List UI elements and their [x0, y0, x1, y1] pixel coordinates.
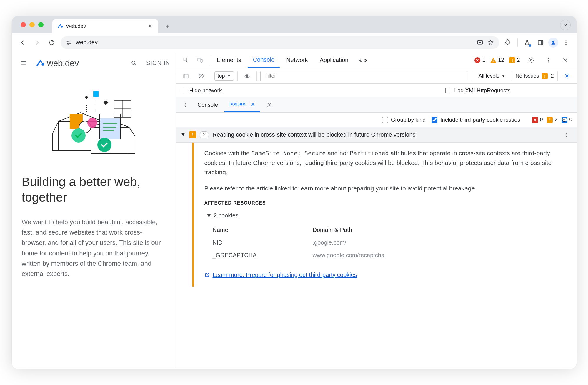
svg-rect-24 — [104, 100, 109, 105]
filter-input[interactable] — [260, 71, 468, 81]
issue-body: Cookies with the SameSite=None; Secure a… — [192, 143, 577, 287]
table-row[interactable]: _GRECAPTCHA www.google.com/recaptcha — [213, 249, 565, 262]
issue-header[interactable]: ▼ ! 2 Reading cookie in cross-site conte… — [176, 127, 577, 143]
issues-badge[interactable]: !2 — [509, 57, 520, 63]
svg-point-2 — [69, 41, 70, 42]
svg-point-10 — [565, 42, 566, 43]
page-headline: Building a better web, together — [22, 174, 166, 205]
hide-network-checkbox[interactable]: Hide network — [181, 87, 222, 94]
labs-button[interactable] — [521, 37, 533, 48]
profile-avatar[interactable] — [548, 38, 558, 48]
svg-point-33 — [97, 138, 111, 152]
tab-title: web.dev — [66, 23, 144, 29]
maximize-window-icon[interactable] — [38, 22, 44, 27]
svg-rect-7 — [541, 40, 543, 45]
inspect-element-icon[interactable] — [180, 54, 192, 66]
site-name: web.dev — [47, 58, 79, 68]
close-devtools-icon[interactable] — [559, 54, 571, 66]
learn-more-link[interactable]: Learn more: Prepare for phasing out thir… — [213, 270, 357, 279]
svg-point-53 — [566, 133, 567, 133]
cookie-table: Name Domain & Path NID .google.com/ _GRE… — [213, 224, 565, 262]
svg-marker-26 — [129, 127, 135, 154]
learn-more-row: Learn more: Prepare for phasing out thir… — [204, 270, 565, 279]
svg-point-4 — [67, 43, 69, 44]
close-drawer-icon[interactable] — [264, 99, 275, 111]
url-input[interactable] — [76, 39, 473, 46]
close-drawer-tab-icon[interactable]: ✕ — [251, 101, 255, 108]
new-tab-button[interactable]: ＋ — [162, 20, 174, 32]
drawer-menu-icon[interactable] — [179, 99, 191, 111]
tab-search-button[interactable] — [560, 20, 571, 30]
log-levels-selector[interactable]: All levels▼ — [476, 72, 508, 80]
context-selector[interactable]: top▼ — [214, 71, 234, 81]
address-bar[interactable] — [61, 36, 499, 49]
svg-rect-3 — [69, 43, 71, 44]
svg-point-44 — [548, 61, 549, 62]
svg-point-12 — [41, 63, 44, 66]
tab-console[interactable]: Console — [248, 52, 280, 68]
more-tabs-icon[interactable]: » — [355, 52, 370, 68]
svg-point-54 — [566, 134, 567, 135]
issue-description-1: Cookies with the SameSite=None; Secure a… — [204, 148, 565, 177]
sign-in-link[interactable]: SIGN IN — [146, 60, 170, 66]
issue-severity-icon: ! — [189, 131, 196, 138]
svg-point-20 — [85, 96, 88, 98]
settings-gear-icon[interactable] — [525, 54, 537, 66]
group-by-kind-checkbox[interactable]: Group by kind — [382, 117, 426, 123]
issue-title: Reading cookie in cross-site context wil… — [212, 131, 557, 138]
errors-badge[interactable]: ✕1 — [474, 57, 485, 63]
devtools-menu-icon[interactable] — [542, 54, 554, 66]
hero-illustration — [22, 86, 166, 154]
issue-count-info: 💬0 — [562, 117, 572, 123]
svg-point-34 — [87, 118, 97, 128]
reload-button[interactable] — [46, 37, 58, 48]
site-settings-icon[interactable] — [66, 40, 72, 46]
drawer-tab-console[interactable]: Console — [193, 97, 223, 112]
menu-icon[interactable] — [18, 57, 29, 69]
forward-button[interactable] — [31, 37, 43, 48]
side-panel-button[interactable] — [535, 37, 547, 48]
svg-point-48 — [246, 75, 248, 77]
close-window-icon[interactable] — [21, 22, 26, 27]
drawer-tab-issues[interactable]: Issues✕ — [224, 97, 260, 112]
page-viewport: web.dev SIGN IN — [12, 52, 176, 369]
extensions-button[interactable] — [502, 37, 514, 48]
svg-marker-15 — [53, 121, 59, 151]
tab-application[interactable]: Application — [314, 52, 354, 68]
site-header: web.dev SIGN IN — [12, 52, 176, 74]
devtools-tab-bar: Elements Console Network Application » ✕… — [176, 52, 577, 68]
close-tab-icon[interactable]: ✕ — [147, 22, 154, 31]
cookies-summary[interactable]: ▼2 cookies — [206, 211, 565, 220]
site-logo[interactable]: web.dev — [36, 58, 79, 68]
issue-menu-icon[interactable] — [561, 129, 572, 141]
issues-options: Group by kind Include third-party cookie… — [176, 113, 577, 127]
svg-point-50 — [185, 103, 185, 103]
tab-elements[interactable]: Elements — [211, 52, 246, 68]
device-toolbar-icon[interactable] — [194, 54, 206, 66]
table-row[interactable]: NID .google.com/ — [213, 236, 565, 249]
no-issues-indicator[interactable]: No Issues ! 2 — [515, 73, 554, 79]
live-expression-icon[interactable] — [241, 70, 253, 82]
back-button[interactable] — [16, 37, 28, 48]
minimize-window-icon[interactable] — [29, 22, 35, 27]
install-app-icon[interactable] — [477, 39, 483, 46]
tab-network[interactable]: Network — [281, 52, 313, 68]
table-header-row: Name Domain & Path — [213, 224, 565, 236]
window-controls — [21, 22, 44, 27]
search-icon[interactable] — [128, 57, 140, 69]
browser-menu-button[interactable] — [560, 37, 572, 48]
console-settings-icon[interactable] — [561, 70, 573, 82]
affected-resources-heading: AFFECTED RESOURCES — [204, 200, 565, 207]
clear-console-icon[interactable] — [195, 70, 207, 82]
bookmark-star-icon[interactable] — [487, 39, 494, 46]
browser-toolbar — [12, 33, 577, 52]
warnings-badge[interactable]: !12 — [490, 57, 504, 63]
expand-caret-icon[interactable]: ▼ — [181, 132, 186, 138]
log-xhr-checkbox[interactable]: Log XMLHttpRequests — [445, 87, 510, 94]
issue-count-pill: 2 — [200, 131, 209, 138]
svg-point-0 — [61, 26, 63, 28]
svg-point-43 — [548, 60, 549, 61]
browser-tab[interactable]: web.dev ✕ — [52, 19, 158, 33]
console-sidebar-toggle-icon[interactable] — [180, 70, 192, 82]
include-third-party-checkbox[interactable]: Include third-party cookie issues — [432, 117, 520, 123]
